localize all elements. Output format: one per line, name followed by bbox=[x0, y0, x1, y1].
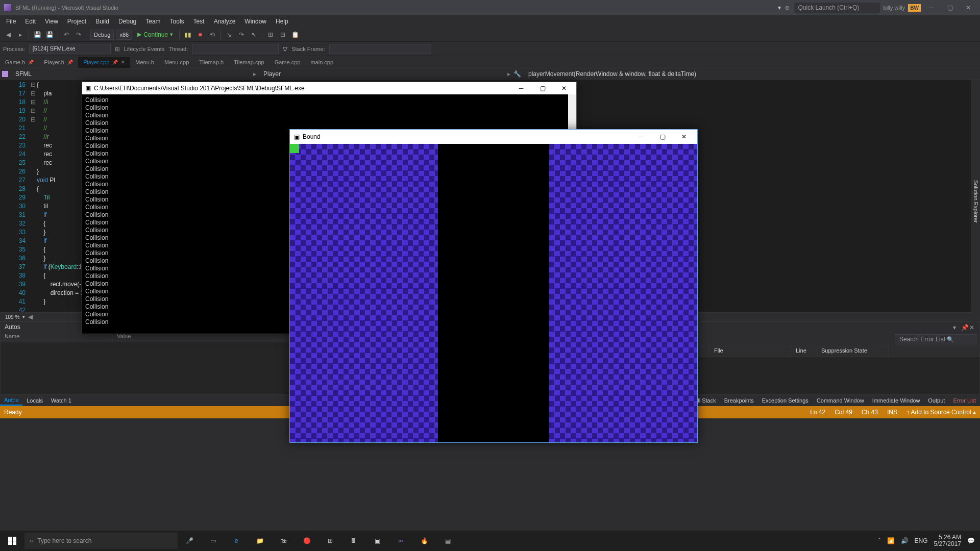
bottom-tab[interactable]: Error List bbox=[949, 396, 980, 405]
minimize-button[interactable]: ─ bbox=[924, 3, 939, 13]
feedback-icon[interactable]: ☺ bbox=[784, 4, 790, 11]
bottom-tab[interactable]: Breakpoints bbox=[720, 396, 758, 405]
edge-icon[interactable]: e bbox=[225, 531, 248, 551]
nav-fwd-button[interactable]: ▸ bbox=[15, 30, 26, 40]
tray-network-icon[interactable]: 📶 bbox=[887, 537, 895, 544]
taskview-icon[interactable]: ▭ bbox=[201, 531, 225, 551]
app-icon[interactable]: ⊞ bbox=[318, 531, 342, 551]
mic-icon[interactable]: 🎤 bbox=[178, 531, 201, 551]
editor-tab[interactable]: Player.h 📌 bbox=[39, 57, 78, 68]
bottom-tab[interactable]: Autos bbox=[0, 395, 22, 406]
menu-project[interactable]: Project bbox=[63, 16, 90, 27]
menu-file[interactable]: File bbox=[2, 16, 20, 27]
tb-icon[interactable]: 📋 bbox=[290, 30, 300, 40]
close-button[interactable]: ✕ bbox=[961, 3, 976, 13]
notify-icon[interactable]: ▾ bbox=[778, 4, 781, 11]
taskbar-search[interactable]: ○ Type here to search bbox=[24, 533, 178, 549]
console-close[interactable]: ✕ bbox=[555, 83, 573, 93]
panel-pin-icon[interactable]: 📌 bbox=[961, 324, 967, 330]
start-button[interactable] bbox=[0, 531, 24, 551]
lifecycle-icon[interactable]: ⊞ bbox=[115, 45, 120, 53]
continue-button[interactable]: ▶ Continue ▾ bbox=[134, 30, 176, 39]
save-all-button[interactable]: 💾 bbox=[44, 30, 55, 40]
game-maximize[interactable]: ▢ bbox=[653, 132, 672, 142]
solution-explorer-tab[interactable]: Solution Explorer bbox=[972, 176, 980, 227]
maximize-button[interactable]: ▢ bbox=[942, 3, 958, 13]
filter-icon[interactable]: ▽ bbox=[283, 45, 287, 53]
source-control[interactable]: ↑ Add to Source Control ▴ bbox=[906, 409, 976, 416]
fold-column[interactable]: ⊟ ⊟ ⊟ ⊟ ⊟ bbox=[30, 80, 37, 312]
tray-clock[interactable]: 5:26 AM 5/27/2017 bbox=[934, 534, 961, 547]
menu-edit[interactable]: Edit bbox=[21, 16, 40, 27]
app-icon[interactable]: 🔴 bbox=[295, 531, 318, 551]
tray-notifications-icon[interactable]: 💬 bbox=[967, 537, 975, 544]
bottom-tab[interactable]: Command Window bbox=[813, 396, 868, 405]
nav-button[interactable]: ◀ bbox=[28, 313, 33, 320]
tray-lang[interactable]: ENG bbox=[915, 537, 928, 544]
platform-dropdown[interactable]: x86 bbox=[116, 30, 132, 40]
config-dropdown[interactable]: Debug bbox=[90, 30, 114, 40]
nav-back-button[interactable]: ◀ bbox=[3, 30, 13, 40]
menu-window[interactable]: Window bbox=[240, 16, 271, 27]
quick-launch-input[interactable]: Quick Launch (Ctrl+Q) bbox=[794, 2, 880, 13]
editor-tab[interactable]: Game.cpp bbox=[270, 57, 306, 68]
editor-tab[interactable]: main.cpp bbox=[305, 57, 338, 68]
menu-view[interactable]: View bbox=[41, 16, 62, 27]
user-badge[interactable]: BW bbox=[908, 4, 921, 12]
stackframe-dropdown[interactable] bbox=[329, 44, 431, 54]
save-button[interactable]: 💾 bbox=[32, 30, 42, 40]
vs-taskbar-icon[interactable]: ∞ bbox=[389, 531, 412, 551]
game-minimize[interactable]: ─ bbox=[632, 132, 650, 142]
console-minimize[interactable]: ─ bbox=[512, 83, 530, 93]
step-into-button[interactable]: ↘ bbox=[224, 30, 234, 40]
app-icon[interactable]: ▣ bbox=[365, 531, 389, 551]
editor-tab[interactable]: Tilemap.cpp bbox=[229, 57, 270, 68]
thread-dropdown[interactable] bbox=[192, 44, 279, 54]
breadcrumb-class[interactable]: Player bbox=[259, 69, 285, 79]
restart-button[interactable]: ⟲ bbox=[207, 30, 217, 40]
zoom-level[interactable]: 109 % bbox=[2, 314, 22, 320]
tray-chevron-icon[interactable]: ˄ bbox=[878, 537, 881, 544]
game-window[interactable]: ▣ Bound ─ ▢ ✕ bbox=[289, 129, 698, 443]
bottom-tab[interactable]: Locals bbox=[22, 396, 47, 405]
breadcrumb-method[interactable]: playerMovement(RenderWindow & window, fl… bbox=[524, 69, 700, 79]
breadcrumb-project[interactable]: SFML bbox=[11, 69, 36, 79]
app-icon[interactable]: ▤ bbox=[436, 531, 459, 551]
calc-icon[interactable]: 🖩 bbox=[342, 531, 365, 551]
menu-help[interactable]: Help bbox=[272, 16, 292, 27]
firefox-icon[interactable]: 🔥 bbox=[412, 531, 436, 551]
redo-button[interactable]: ↷ bbox=[74, 30, 84, 40]
tb-icon[interactable]: ⊞ bbox=[265, 30, 276, 40]
bottom-tab[interactable]: Output bbox=[924, 396, 949, 405]
search-errorlist-input[interactable]: Search Error List 🔍 bbox=[895, 334, 976, 344]
store-icon[interactable]: 🛍 bbox=[272, 531, 295, 551]
console-maximize[interactable]: ▢ bbox=[533, 83, 552, 93]
editor-tab[interactable]: Player.cpp 📌 ✕ bbox=[78, 56, 130, 68]
step-over-button[interactable]: ↷ bbox=[236, 30, 247, 40]
game-close[interactable]: ✕ bbox=[675, 132, 693, 142]
undo-button[interactable]: ↶ bbox=[61, 30, 71, 40]
menu-test[interactable]: Test bbox=[189, 16, 209, 27]
user-name[interactable]: billy willy bbox=[884, 5, 905, 11]
bottom-tab[interactable]: Watch 1 bbox=[47, 396, 76, 405]
explorer-icon[interactable]: 📁 bbox=[248, 531, 272, 551]
menu-build[interactable]: Build bbox=[91, 16, 113, 27]
bottom-tab[interactable]: Immediate Window bbox=[868, 396, 924, 405]
menu-team[interactable]: Team bbox=[141, 16, 164, 27]
editor-tab[interactable]: Game.h 📌 bbox=[0, 57, 39, 68]
tb-icon[interactable]: ⊟ bbox=[278, 30, 288, 40]
menu-debug[interactable]: Debug bbox=[114, 16, 140, 27]
menu-tools[interactable]: Tools bbox=[166, 16, 188, 27]
game-canvas[interactable] bbox=[290, 144, 697, 442]
stop-button[interactable]: ■ bbox=[195, 30, 205, 40]
step-out-button[interactable]: ↖ bbox=[249, 30, 259, 40]
editor-tab[interactable]: Tilemap.h bbox=[194, 57, 229, 68]
bottom-tab[interactable]: Exception Settings bbox=[758, 396, 813, 405]
editor-tab[interactable]: Menu.cpp bbox=[159, 57, 194, 68]
menu-analyze[interactable]: Analyze bbox=[210, 16, 240, 27]
panel-dropdown-icon[interactable]: ▾ bbox=[953, 324, 959, 330]
break-all-button[interactable]: ▮▮ bbox=[183, 30, 193, 40]
process-dropdown[interactable]: [5124] SFML.exe bbox=[29, 44, 111, 54]
editor-tab[interactable]: Menu.h bbox=[130, 57, 159, 68]
panel-close-icon[interactable]: ✕ bbox=[969, 324, 975, 330]
